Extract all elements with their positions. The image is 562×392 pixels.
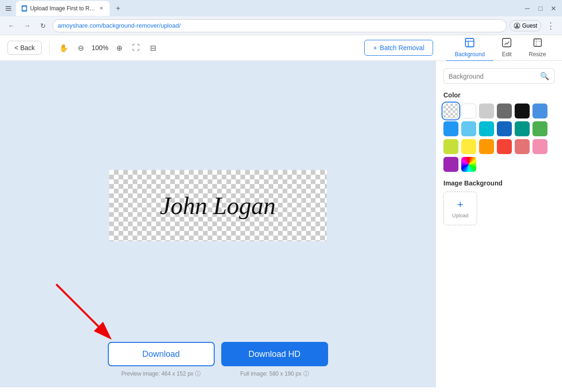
panel-tabs: Background Edit Resize (446, 35, 555, 61)
color-grid (443, 104, 555, 172)
color-swatch-orange[interactable] (479, 139, 494, 154)
color-swatch-teal2[interactable] (515, 121, 530, 136)
toolbar-divider-1 (49, 41, 50, 54)
upload-plus-icon: + (457, 199, 464, 211)
profile-label: Guest (522, 22, 537, 29)
pan-tool-button[interactable]: ✋ (57, 41, 70, 54)
main-layout: John Logan Download Downlo (0, 61, 562, 387)
info-row: Preview image: 464 x 152 px ⓘ Full image… (108, 370, 328, 378)
color-swatch-black[interactable] (515, 104, 530, 118)
tab-title: Upload Image First to Remo... (30, 5, 96, 12)
download-button[interactable]: Download (108, 342, 215, 366)
background-search[interactable]: 🔍 (443, 68, 555, 84)
download-hd-button[interactable]: Download HD (221, 342, 328, 366)
tab-close-button[interactable]: ✕ (98, 5, 104, 12)
edit-tab-icon (502, 37, 512, 50)
svg-rect-3 (465, 38, 474, 47)
color-swatch-navy[interactable] (497, 121, 512, 136)
back-chevron-icon: < (15, 44, 18, 52)
back-nav-button[interactable]: ← (5, 19, 18, 32)
tab-favicon (22, 5, 27, 12)
app-toolbar: < Back ✋ ⊖ 100% ⊕ ⛶ ⊟ + Batch Removal Ba… (0, 35, 562, 61)
svg-point-2 (516, 24, 518, 26)
image-canvas: John Logan (109, 170, 327, 241)
search-icon: 🔍 (540, 72, 549, 81)
browser-tab-active[interactable]: Upload Image First to Remo... ✕ (16, 1, 110, 16)
svg-point-0 (22, 7, 26, 10)
right-panel: 🔍 Color (435, 61, 562, 387)
resize-tab-label: Resize (529, 51, 546, 58)
color-swatch-blue1[interactable] (532, 104, 547, 118)
zoom-value: 100% (91, 44, 109, 52)
tab-background[interactable]: Background (446, 35, 493, 61)
browser-tab-bar: Upload Image First to Remo... ✕ + ─ □ ✕ (0, 0, 562, 16)
background-search-input[interactable] (449, 73, 540, 80)
upload-background-button[interactable]: + Upload (443, 192, 477, 225)
full-info: Full image: 580 x 190 px ⓘ (221, 370, 328, 378)
color-swatch-green[interactable] (532, 121, 547, 136)
browser-menu-button[interactable]: ⋮ (544, 19, 557, 32)
canvas-area[interactable]: John Logan Download Downlo (0, 61, 435, 387)
refresh-button[interactable]: ↻ (37, 19, 50, 32)
edit-tab-label: Edit (502, 51, 512, 58)
color-swatch-hotpink[interactable] (532, 139, 547, 154)
color-swatch-blue3[interactable] (461, 121, 476, 136)
batch-label: Batch Removal (380, 44, 424, 52)
background-tab-icon (465, 37, 475, 50)
color-swatch-lightgray[interactable] (479, 104, 494, 118)
svg-rect-4 (502, 38, 511, 47)
svg-line-7 (56, 284, 98, 326)
color-swatch-gray[interactable] (497, 104, 512, 118)
address-text: amoyshare.com/background-remover/upload/ (58, 22, 502, 29)
batch-plus-icon: + (373, 44, 377, 52)
forward-nav-button[interactable]: → (21, 19, 34, 32)
minimize-button[interactable]: ─ (523, 4, 532, 13)
browser-nav-bar: ← → ↻ amoyshare.com/background-remover/u… (0, 16, 562, 35)
checker-background: John Logan (109, 170, 327, 241)
color-section-label: Color (443, 91, 555, 99)
color-swatch-yellow[interactable] (461, 139, 476, 154)
arrow-annotation (28, 275, 112, 331)
tab-list-button[interactable] (4, 4, 13, 13)
tab-edit[interactable]: Edit (493, 35, 520, 61)
profile-icon (514, 22, 520, 29)
preview-info: Preview image: 464 x 152 px ⓘ (108, 370, 215, 378)
color-swatch-transparent[interactable] (443, 104, 458, 118)
upload-label: Upload (452, 213, 469, 218)
color-swatch-pink[interactable] (515, 139, 530, 154)
color-swatch-blue2[interactable] (443, 121, 458, 136)
resize-tab-icon (532, 37, 543, 50)
color-swatch-lime[interactable] (443, 139, 458, 154)
zoom-controls: ✋ ⊖ 100% ⊕ ⛶ ⊟ (57, 41, 159, 54)
app-container: < Back ✋ ⊖ 100% ⊕ ⛶ ⊟ + Batch Removal Ba… (0, 35, 562, 387)
tab-resize[interactable]: Resize (520, 35, 555, 61)
batch-removal-button[interactable]: + Batch Removal (364, 40, 433, 56)
new-tab-button[interactable]: + (112, 3, 124, 14)
color-swatch-purple[interactable] (443, 157, 458, 172)
color-swatch-teal[interactable] (479, 121, 494, 136)
signature-text: John Logan (160, 192, 276, 219)
address-bar[interactable]: amoyshare.com/background-remover/upload/ (52, 19, 507, 32)
zoom-out-button[interactable]: ⊖ (74, 41, 87, 54)
background-tab-label: Background (455, 51, 485, 58)
split-view-button[interactable]: ⊟ (146, 41, 159, 54)
maximize-button[interactable]: □ (536, 4, 545, 13)
back-button[interactable]: < Back (7, 41, 42, 55)
close-window-button[interactable]: ✕ (549, 4, 558, 13)
button-row: Download Download HD (108, 342, 328, 366)
profile-button[interactable]: Guest (510, 20, 541, 31)
image-background-section: Image Background + Upload (443, 179, 555, 225)
back-label: Back (20, 44, 35, 52)
bottom-buttons: Download Download HD Preview image: 464 … (108, 342, 328, 378)
zoom-in-button[interactable]: ⊕ (112, 41, 126, 54)
color-swatch-rainbow[interactable] (461, 157, 476, 172)
svg-rect-5 (534, 39, 541, 46)
color-swatch-white[interactable] (461, 104, 476, 118)
fit-screen-button[interactable]: ⛶ (129, 41, 142, 54)
image-background-label: Image Background (443, 179, 555, 187)
color-swatch-red[interactable] (497, 139, 512, 154)
